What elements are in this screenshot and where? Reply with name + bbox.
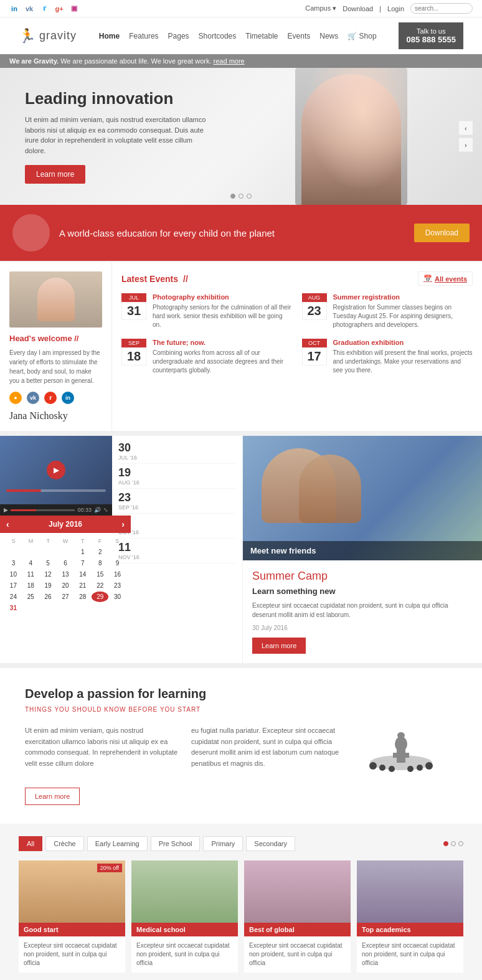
hero-prev-arrow[interactable]: ‹	[459, 121, 473, 135]
top-bar: in vk 𝕣 g+ ▣ Campus ▾ Download | Login	[0, 0, 482, 17]
instagram-icon[interactable]: ▣	[69, 4, 79, 14]
nav-news[interactable]: News	[319, 32, 338, 40]
video-section: ▶ ▶ 00:33 🔊 ⤡ ‹ July 2016 › SMTWTFS 12	[0, 436, 112, 663]
login-link[interactable]: Login	[387, 5, 404, 12]
learning-text-1: Ut enim ad minim veniam, quis nostrud ex…	[25, 725, 179, 769]
video-progress-bar[interactable]	[11, 509, 75, 511]
event-date-3: SEP 18	[121, 339, 146, 375]
nav-timetable[interactable]: Timetable	[245, 32, 278, 40]
video-duration: 00:33	[77, 507, 92, 513]
calendar-events-list: 30 JUL '16 19 AUG '16 23 SEP '16 08	[112, 436, 242, 567]
download-link[interactable]: Download	[343, 5, 373, 12]
play-icon[interactable]: ▶	[4, 507, 8, 513]
fullscreen-icon[interactable]: ⤡	[103, 507, 108, 513]
svg-point-10	[417, 765, 423, 771]
hero-arrows: ‹ ›	[459, 121, 473, 152]
nav-home[interactable]: Home	[99, 32, 120, 40]
nav-features[interactable]: Features	[129, 32, 158, 40]
meet-overlay: Meet new friends	[243, 541, 482, 560]
campus-link[interactable]: Campus ▾	[305, 4, 336, 12]
event-date-1: JUL 31	[121, 293, 146, 329]
welcome-social-vk[interactable]: vk	[27, 392, 39, 404]
gplus-icon[interactable]: g+	[54, 4, 64, 14]
welcome-title: Head's welcome //	[9, 334, 102, 343]
hero-content: Leading innovation Ut enim ad minim veni…	[0, 70, 237, 202]
all-events-link[interactable]: 📅 All events	[418, 271, 473, 286]
hero-dot-1[interactable]	[230, 194, 235, 199]
nav-shop[interactable]: 🛒 Shop	[347, 32, 376, 40]
chess-icon	[357, 725, 445, 775]
summer-subtitle: Learn something new	[252, 587, 473, 596]
linkedin-icon[interactable]: in	[9, 4, 19, 14]
tab-all[interactable]: All	[19, 836, 42, 851]
card-image-1: 20% off	[19, 860, 125, 923]
vk-icon[interactable]: vk	[24, 4, 34, 14]
events-grid: JUL 31 Photography exhibition Photograph…	[121, 293, 473, 375]
summer-section: Meet new friends Summer Camp Learn somet…	[243, 436, 482, 663]
card-text-1: Excepteur sint occaecat cupidatat non pr…	[19, 936, 125, 973]
tab-creche[interactable]: Crèche	[45, 836, 83, 851]
calendar-grid: SMTWTFS 12 3456789 10111213141516 171819…	[0, 533, 131, 618]
welcome-social-icons: ● vk 𝕣 in	[9, 392, 102, 404]
video-thumbnail: ▶	[0, 436, 112, 504]
welcome-text: Every day I am impressed by the variety …	[9, 348, 102, 385]
cal-prev-button[interactable]: ‹	[6, 519, 9, 529]
play-button[interactable]: ▶	[47, 461, 65, 479]
welcome-social-1[interactable]: ●	[9, 392, 22, 404]
welcome-signature: Jana Nichosky	[9, 410, 102, 422]
card-label-2: Medical school	[131, 923, 238, 936]
tab-early-learning[interactable]: Early Learning	[87, 836, 148, 851]
card-label-1: Good start	[19, 923, 125, 936]
welcome-image	[9, 271, 102, 327]
event-info-1: Photography exhibition Photography senio…	[153, 293, 293, 329]
header: 🏃 gravity Home Features Pages Shortcodes…	[0, 17, 482, 54]
tab-dot-2[interactable]	[451, 841, 456, 846]
learning-learn-more-button[interactable]: Learn more	[25, 788, 80, 805]
event-item-3: SEP 18 The future; now. Combining works …	[121, 339, 293, 375]
meet-label: Meet new friends	[250, 546, 316, 555]
search-input[interactable]	[410, 3, 473, 14]
download-banner-text: A world-class education for every child …	[59, 228, 275, 238]
hero-title: Leading innovation	[25, 89, 212, 108]
tab-secondary[interactable]: Secondary	[246, 836, 295, 851]
nav-events[interactable]: Events	[288, 32, 311, 40]
download-banner-button[interactable]: Download	[414, 224, 470, 242]
event-info-4: Graduation exhibition This exhibition wi…	[333, 339, 473, 375]
tab-dot-1[interactable]	[443, 841, 448, 846]
hero-next-arrow[interactable]: ›	[459, 138, 473, 152]
talk-label: Talk to us	[406, 27, 456, 35]
nav-pages[interactable]: Pages	[168, 32, 189, 40]
event-date-4: OCT 17	[302, 339, 327, 375]
social-icons: in vk 𝕣 g+ ▣	[9, 4, 79, 14]
welcome-social-tw[interactable]: 𝕣	[44, 392, 57, 404]
main-nav: Home Features Pages Shortcodes Timetable…	[99, 32, 377, 40]
tab-primary[interactable]: Primary	[203, 836, 243, 851]
hero-dot-2[interactable]	[239, 194, 243, 199]
card-2: Medical school Excepteur sint occaecat c…	[131, 860, 238, 973]
welcome-events-row: Head's welcome // Every day I am impress…	[0, 262, 482, 431]
welcome-social-in[interactable]: in	[62, 392, 74, 404]
twitter-icon[interactable]: 𝕣	[39, 4, 49, 14]
learning-text-2: eu fugiat nulla pariatur. Excepteur sint…	[191, 725, 345, 769]
tab-pre-school[interactable]: Pre School	[151, 836, 201, 851]
event-item-2: AUG 23 Summer registration Registration …	[302, 293, 473, 329]
card-4: Top academics Excepteur sint occaecat cu…	[357, 860, 463, 973]
calendar-days: 12 3456789 10111213141516 17181920212223…	[5, 547, 126, 613]
hero-dot-3[interactable]	[247, 194, 252, 199]
summer-learn-more-button[interactable]: Learn more	[252, 638, 306, 654]
tab-dot-3[interactable]	[458, 841, 463, 846]
calendar-days-header: SMTWTFS	[5, 538, 126, 544]
read-more-link[interactable]: read more	[214, 57, 245, 65]
announce-bar: We are Gravity. We are passionate about …	[0, 54, 482, 68]
download-banner: A world-class education for every child …	[0, 205, 482, 261]
card-1: 20% off Good start Excepteur sint occaec…	[19, 860, 125, 973]
logo-icon: 🏃	[19, 28, 35, 44]
cal-next-button[interactable]: ›	[121, 519, 125, 529]
logo[interactable]: 🏃 gravity	[19, 28, 77, 44]
svg-point-9	[407, 766, 413, 772]
cards-grid: 20% off Good start Excepteur sint occaec…	[19, 860, 463, 973]
volume-icon[interactable]: 🔊	[94, 507, 101, 513]
hero-learn-more-button[interactable]: Learn more	[25, 165, 85, 184]
welcome-box: Head's welcome // Every day I am impress…	[0, 262, 112, 431]
nav-shortcodes[interactable]: Shortcodes	[199, 32, 237, 40]
